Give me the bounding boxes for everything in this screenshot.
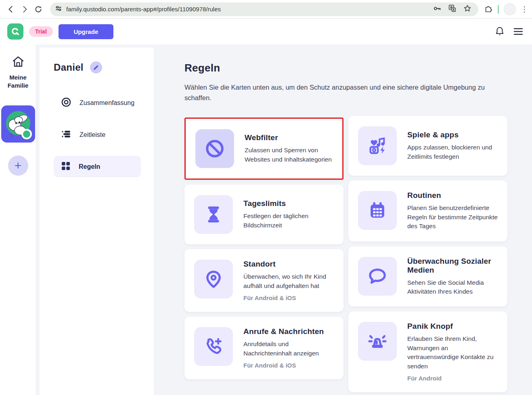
summary-target-icon	[61, 97, 71, 109]
sidebar-item-timeline[interactable]: Zeitleiste	[54, 124, 141, 145]
hourglass-icon	[194, 195, 233, 234]
sidebar-item-summary[interactable]: Zusammenfassung	[54, 92, 141, 113]
add-child-button[interactable]: +	[8, 155, 28, 176]
app-menu-hamburger-icon[interactable]	[513, 27, 523, 36]
card-platform-note: Für Android & iOS	[243, 294, 334, 301]
timeline-list-icon	[61, 129, 71, 141]
card-title: Tageslimits	[243, 199, 334, 208]
bookmark-star-icon[interactable]	[463, 4, 472, 15]
card-description: Überwachen, wo sich Ihr Kind aufhält und…	[243, 272, 334, 290]
card-description: Festlegen der täglichen Bildschirmzeit	[243, 212, 334, 230]
games-apps-icon	[358, 126, 397, 165]
card-title: Panik Knopf	[407, 322, 498, 331]
browser-toolbar: family.qustodio.com/parents-app#/profile…	[0, 0, 532, 19]
my-family-label: Meine Familie	[8, 74, 29, 90]
card-title: Anrufe & Nachrichten	[243, 327, 334, 336]
rail-item-my-family[interactable]: Meine Familie	[8, 56, 29, 90]
card-webfilter[interactable]: Webfilter Zulassen und Sperren von Websi…	[184, 118, 343, 180]
card-description: Anrufdetails und Nachrichteninhalt anzei…	[243, 340, 334, 358]
extensions-puzzle-icon[interactable]	[484, 4, 493, 15]
back-icon[interactable]	[4, 2, 18, 16]
chat-bubble-icon	[358, 257, 397, 296]
site-settings-icon[interactable]	[55, 5, 62, 14]
forward-icon[interactable]	[18, 2, 31, 16]
trial-badge: Trial	[29, 26, 53, 37]
reload-icon[interactable]	[31, 2, 45, 16]
card-title: Überwachung Sozialer Medien	[407, 257, 498, 275]
card-title: Webfilter	[245, 133, 333, 142]
home-icon	[12, 56, 25, 69]
card-routines[interactable]: Routinen Planen Sie benutzerdefinierte R…	[348, 181, 507, 241]
calendar-icon	[358, 191, 397, 230]
update-indicator	[498, 5, 499, 14]
profile-name: Daniel	[54, 62, 84, 73]
notifications-bell-icon[interactable]	[495, 26, 505, 37]
card-location[interactable]: Standort Überwachen, wo sich Ihr Kind au…	[184, 249, 343, 312]
card-social-monitoring[interactable]: Überwachung Sozialer Medien Sehen Sie di…	[348, 246, 507, 307]
card-description: Apps zulassen, blockieren und Zeitlimits…	[407, 143, 498, 161]
sidebar-item-label: Regeln	[79, 163, 100, 170]
page-description: Wählen Sie die Karten unten aus, um den …	[184, 82, 503, 103]
card-games-apps[interactable]: Spiele & apps Apps zulassen, blockieren …	[348, 116, 507, 176]
sidebar-item-label: Zusammenfassung	[80, 99, 134, 107]
card-title: Routinen	[407, 191, 498, 200]
card-title: Spiele & apps	[407, 130, 498, 139]
chrome-menu-icon[interactable]: ⋮	[521, 6, 528, 13]
rules-grid-icon	[61, 161, 71, 172]
translate-icon[interactable]	[448, 4, 457, 14]
card-calls-messages[interactable]: Anrufe & Nachrichten Anrufdetails und Na…	[184, 317, 343, 379]
family-rail: Meine Familie +	[0, 44, 36, 395]
page-title: Regeln	[184, 62, 507, 74]
child-avatar-daniel[interactable]	[1, 105, 35, 143]
card-description: Sehen Sie die Social Media Aktivitäten I…	[407, 278, 498, 296]
qustodio-logo-icon[interactable]	[7, 23, 23, 40]
app-header: Trial Upgrade	[0, 19, 532, 44]
panic-siren-icon	[358, 322, 397, 361]
webfilter-blocked-icon	[195, 129, 234, 168]
password-key-icon[interactable]	[433, 4, 442, 15]
card-description: Erlauben Sie Ihrem Kind, Warnungen an ve…	[407, 334, 498, 371]
address-bar[interactable]: family.qustodio.com/parents-app#/profile…	[50, 2, 478, 16]
url-text[interactable]: family.qustodio.com/parents-app#/profile…	[66, 6, 433, 13]
card-platform-note: Für Android & iOS	[243, 362, 334, 369]
card-title: Standort	[243, 260, 334, 269]
card-daily-limits[interactable]: Tageslimits Festlegen der täglichen Bild…	[184, 185, 343, 244]
card-panic-button[interactable]: Panik Knopf Erlauben Sie Ihrem Kind, War…	[348, 311, 507, 392]
sidebar-item-rules[interactable]: Regeln	[54, 156, 141, 177]
edit-profile-button[interactable]	[90, 61, 102, 74]
browser-profile-avatar[interactable]	[504, 3, 516, 15]
card-platform-note: Für Android	[407, 375, 498, 382]
upgrade-button[interactable]: Upgrade	[59, 24, 113, 39]
card-description: Zulassen und Sperren von Websites und In…	[245, 146, 333, 164]
sidebar-item-label: Zeitleiste	[80, 131, 105, 139]
phone-plus-icon	[194, 327, 233, 366]
location-pin-icon	[194, 260, 233, 298]
rules-main: Regeln Wählen Sie die Karten unten aus, …	[154, 48, 532, 395]
card-description: Planen Sie benutzerdefinierte Regeln für…	[407, 204, 498, 231]
profile-sidebar: Daniel Zusammenfassung Zeitleiste	[40, 48, 154, 395]
